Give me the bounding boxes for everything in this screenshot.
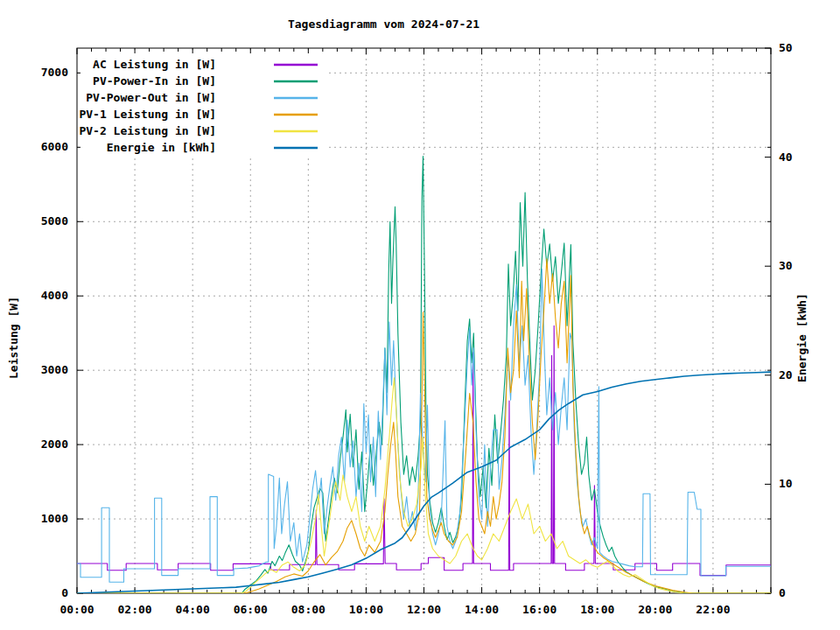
legend-label: PV-1 Leistung in [W] xyxy=(79,108,216,121)
svg-text:22:00: 22:00 xyxy=(696,603,730,616)
svg-text:4000: 4000 xyxy=(41,289,68,302)
chart: Tagesdiagramm vom 2024-07-21 00:0002:000… xyxy=(0,0,840,630)
series-group xyxy=(77,157,771,594)
svg-text:10: 10 xyxy=(779,477,793,490)
svg-text:6000: 6000 xyxy=(41,140,68,153)
svg-text:1000: 1000 xyxy=(41,512,68,525)
svg-text:04:00: 04:00 xyxy=(176,603,210,616)
svg-text:20: 20 xyxy=(779,368,793,382)
svg-text:08:00: 08:00 xyxy=(291,603,326,616)
svg-text:30: 30 xyxy=(779,259,793,272)
legend-label: PV-Power-Out in [W] xyxy=(86,91,216,104)
axis-titles: Leistung [W]Energie [kWh] xyxy=(7,293,808,382)
svg-text:20:00: 20:00 xyxy=(638,603,672,616)
svg-text:06:00: 06:00 xyxy=(234,603,268,616)
svg-text:0: 0 xyxy=(779,586,786,599)
svg-text:40: 40 xyxy=(779,150,793,164)
svg-text:0: 0 xyxy=(61,586,68,599)
svg-text:50: 50 xyxy=(779,41,793,54)
chart-svg: 00:0002:0004:0006:0008:0010:0012:0014:00… xyxy=(0,0,840,630)
svg-text:5000: 5000 xyxy=(41,214,68,228)
svg-text:3000: 3000 xyxy=(41,363,68,376)
svg-text:16:00: 16:00 xyxy=(522,603,556,616)
svg-text:14:00: 14:00 xyxy=(465,603,499,616)
legend-label: Energie in [kWh] xyxy=(107,141,216,154)
legend-label: AC Leistung in [W] xyxy=(93,58,216,71)
legend: AC Leistung in [W]PV-Power-In in [W]PV-P… xyxy=(79,53,326,155)
legend-label: PV-Power-In in [W] xyxy=(93,74,216,88)
svg-text:10:00: 10:00 xyxy=(349,603,383,616)
svg-text:7000: 7000 xyxy=(41,66,68,79)
y-right-axis-label: Energie [kWh] xyxy=(795,293,808,382)
svg-text:00:00: 00:00 xyxy=(60,603,94,616)
svg-text:18:00: 18:00 xyxy=(580,603,614,616)
legend-label: PV-2 Leistung in [W] xyxy=(79,124,216,137)
svg-text:12:00: 12:00 xyxy=(407,603,441,616)
y-left-axis-label: Leistung [W] xyxy=(7,297,20,379)
svg-text:2000: 2000 xyxy=(41,438,68,451)
svg-text:02:00: 02:00 xyxy=(118,603,152,616)
